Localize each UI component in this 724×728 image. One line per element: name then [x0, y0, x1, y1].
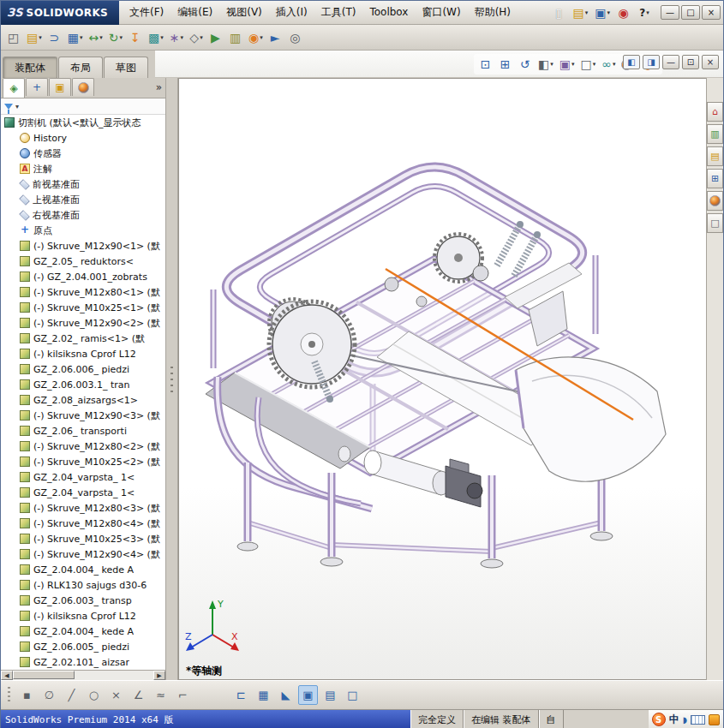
view-orientation-button[interactable]: ▣▾	[557, 54, 577, 75]
tree-filter-bar[interactable]: ▾	[1, 98, 165, 115]
view-list-tool[interactable]: ▤	[320, 685, 340, 705]
smart-fasteners-button[interactable]: ↧	[126, 27, 145, 48]
tree-component-row[interactable]: GZ_2.04_varpsta_ 1<	[1, 485, 165, 500]
hide-show-items-button[interactable]: ∞▾	[599, 54, 618, 75]
save-button[interactable]: ▣▾	[592, 3, 613, 23]
new-motion-study-button[interactable]: ▶	[206, 27, 225, 48]
tree-component-row[interactable]: (-) Skruve_M12x90<1> (默	[1, 238, 165, 254]
close-button[interactable]: ×	[702, 5, 721, 20]
tree-item-origin[interactable]: + 原点	[1, 223, 165, 238]
tree-component-row[interactable]: GZ_2.02.101_ aizsar	[1, 654, 165, 670]
document-restore-button[interactable]: ⊡	[682, 55, 699, 69]
options-button[interactable]: ◎	[286, 27, 305, 48]
view-pan-tool[interactable]: ⊏	[231, 685, 251, 705]
component-pattern-button[interactable]: ▩▾	[146, 27, 166, 48]
tree-item-history[interactable]: History	[1, 130, 165, 146]
displaymanager-tab[interactable]	[72, 78, 94, 96]
scroll-left-button[interactable]: ◀	[1, 671, 13, 680]
sketch-trim-tool[interactable]: ×	[106, 685, 126, 705]
view-section-tool[interactable]: ▣	[298, 685, 318, 705]
instant3d-button[interactable]: ►	[266, 27, 285, 48]
view-grid-tool[interactable]: ▦	[254, 685, 273, 705]
open-part-button[interactable]: ▤▾	[24, 27, 45, 48]
ime-language-icon[interactable]: 中	[669, 713, 679, 727]
tree-component-row[interactable]: (-) Skruve_M12x90<2> (默	[1, 315, 165, 331]
ime-keyboard-icon[interactable]	[691, 715, 705, 725]
ime-tool-icon[interactable]: ◗	[683, 715, 687, 725]
tree-component-row[interactable]: GZ_2.06.003.1_ tran	[1, 377, 165, 392]
tree-component-row[interactable]: (-) Skruve_M12x90<3> (默	[1, 408, 165, 423]
tree-item-front-plane[interactable]: 前视基准面	[1, 176, 165, 192]
tree-component-row[interactable]: GZ_2.04.004_ kede A	[1, 624, 165, 639]
insert-component-button[interactable]: ◰	[4, 27, 23, 48]
tree-component-row[interactable]: (-) Skruve_M10x25<3> (默	[1, 531, 165, 546]
panel-splitter[interactable]	[166, 78, 178, 680]
menu-item[interactable]: 编辑(E)	[171, 1, 219, 24]
tree-item-sensors[interactable]: 传感器	[1, 146, 165, 161]
tab-layout[interactable]: 布局	[58, 57, 103, 78]
scroll-right-button[interactable]: ▶	[153, 671, 165, 680]
zoom-area-button[interactable]: ⊞	[496, 54, 515, 75]
tree-component-row[interactable]: GZ_2.06.006_ piedzi	[1, 361, 165, 377]
tab-sketch[interactable]: 草图	[104, 57, 148, 78]
tree-component-row[interactable]: GZ_2.04.004_ kede A	[1, 562, 165, 577]
tree-component-row[interactable]: (-) Skruve_M12x80<1> (默	[1, 284, 165, 300]
tree-component-row[interactable]: GZ_2.05_ reduktors<	[1, 254, 165, 269]
document-minimize-button[interactable]: —	[662, 55, 679, 69]
sketch-circle-tool[interactable]: ○	[84, 685, 104, 705]
tree-component-row[interactable]: GZ_2.06.005_ piedzi	[1, 639, 165, 654]
sketch-angle-tool[interactable]: ∠	[129, 685, 148, 705]
design-library-tab[interactable]: ▥	[707, 124, 723, 144]
rebuild-button[interactable]: ◉	[614, 3, 633, 23]
scrollbar-track[interactable]	[13, 671, 153, 680]
scrollbar-thumb[interactable]	[13, 671, 75, 679]
tree-component-row[interactable]: (-) Skruve_M12x90<4> (默	[1, 546, 165, 562]
bill-of-materials-button[interactable]: ▥	[226, 27, 245, 48]
rotate-component-button[interactable]: ↻▾	[106, 27, 125, 48]
assembly-features-button[interactable]: ∗▾	[167, 27, 186, 48]
configurationmanager-tab[interactable]: ▣	[49, 78, 71, 96]
tree-component-row[interactable]: (-) RLK130 sajugs d30-6	[1, 577, 165, 593]
tree-component-row[interactable]: GZ_2.02_ ramis<1> (默	[1, 331, 165, 346]
menu-item[interactable]: 视图(V)	[219, 1, 269, 24]
menu-item[interactable]: 插入(I)	[269, 1, 314, 24]
maximize-button[interactable]: □	[681, 5, 700, 20]
sketch-slot-tool[interactable]: ∅	[39, 685, 59, 705]
tree-component-row[interactable]: (-) Skruve_M12x80<4> (默	[1, 516, 165, 531]
menu-item[interactable]: 文件(F)	[123, 1, 171, 24]
zoom-fit-button[interactable]: ⊡	[476, 54, 495, 75]
assembly-3d-model[interactable]	[179, 79, 708, 680]
tree-horizontal-scrollbar[interactable]: ◀ ▶	[1, 670, 165, 680]
tree-component-row[interactable]: (-) Skruve_M10x25<1> (默	[1, 300, 165, 315]
sketch-corner-tool[interactable]: ⌐	[173, 685, 193, 705]
tree-component-row[interactable]: (-) kilsiksna Cprof L12	[1, 346, 165, 361]
section-view-button[interactable]: ◧▾	[536, 54, 556, 75]
document-close-button[interactable]: ×	[702, 55, 719, 69]
right-pane-toggle-icon[interactable]: ◨	[643, 55, 660, 69]
tree-component-row[interactable]: GZ_2.06.003_ transp	[1, 593, 165, 608]
menu-item[interactable]: 窗口(W)	[415, 1, 467, 24]
display-style-button[interactable]: □▾	[578, 54, 599, 75]
tree-root-assembly[interactable]: 切割机 (默认<默认_显示状态	[1, 115, 165, 130]
move-component-button[interactable]: ↔▾	[87, 27, 105, 48]
tree-component-row[interactable]: (-) kilsiksna Cprof L12	[1, 608, 165, 624]
reference-geometry-button[interactable]: ◇▾	[187, 27, 206, 48]
view-triangle-tool[interactable]: ◣	[276, 685, 296, 705]
panel-tabs-overflow-button[interactable]: »	[156, 81, 162, 93]
menu-item[interactable]: 工具(T)	[314, 1, 363, 24]
custom-properties-tab[interactable]: □	[707, 213, 723, 233]
tree-item-top-plane[interactable]: 上视基准面	[1, 192, 165, 207]
tree-component-row[interactable]: GZ_2.08_aizsargs<1>	[1, 392, 165, 408]
tree-component-row[interactable]: (-) Skruve_M10x25<2> (默	[1, 454, 165, 469]
solidworks-resources-tab[interactable]: ⌂	[707, 102, 723, 122]
menu-item[interactable]: Toolbox	[362, 1, 415, 24]
sketch-spline-tool[interactable]: ≈	[151, 685, 171, 705]
appearances-scenes-tab[interactable]	[707, 191, 723, 211]
sketch-line-tool[interactable]: ╱	[62, 685, 81, 705]
tree-component-row[interactable]: GZ_2.06_ transporti	[1, 423, 165, 439]
tree-component-row[interactable]: GZ_2.04_varpsta_ 1<	[1, 469, 165, 485]
graphics-viewport[interactable]: Y X Z *等轴测	[178, 78, 708, 680]
minimize-button[interactable]: —	[661, 5, 679, 20]
tree-component-row[interactable]: (-) Skruve_M12x80<3> (默	[1, 500, 165, 516]
linear-component-pattern-button[interactable]: ▦▾	[65, 27, 86, 48]
